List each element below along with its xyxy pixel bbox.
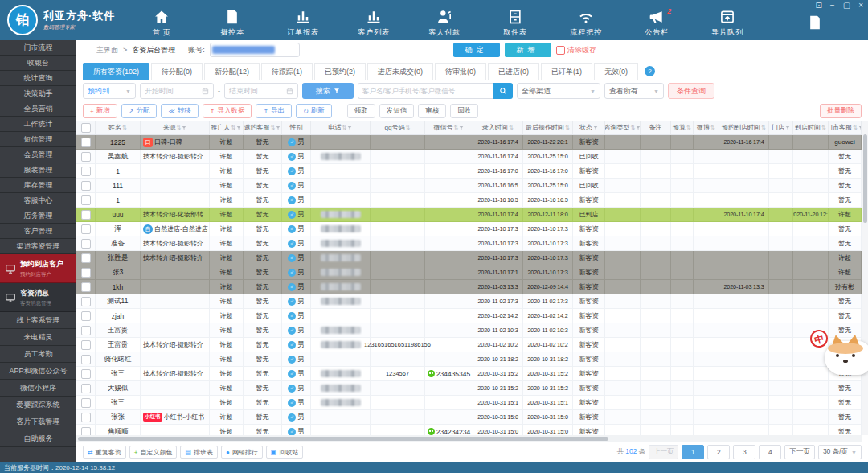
tab-9[interactable]: 无效(0) [594,63,638,80]
row-checkbox[interactable] [81,398,91,408]
mascot-widget[interactable]: 中 [810,328,868,380]
filter-icon[interactable] [276,125,280,130]
nav-item-guest-payment[interactable]: 客人付款 [409,0,480,40]
page-button-3[interactable]: 3 [733,445,755,459]
row-checkbox[interactable] [81,210,91,220]
vertical-scrollbar-thumb[interactable] [863,134,867,223]
home-icon[interactable] [83,46,92,55]
table-row-13[interactable]: zjah许超暂无♂男2020-11-02 14:22020-11-02 14:2… [76,309,862,323]
filter-icon[interactable] [459,125,464,130]
sort-icon[interactable]: ⇅ [342,125,347,131]
refresh-button[interactable]: ↻刷新 [296,104,332,118]
row-checkbox[interactable] [81,268,91,278]
row-checkbox[interactable] [81,138,91,147]
start-date-input[interactable]: 开始时间 [140,83,214,99]
nav-item-home[interactable]: 首 页 [126,0,197,40]
sidebar-item-store-process[interactable]: 门市流程 [0,40,76,56]
clear-cache-option[interactable]: 清除缓存 [556,45,596,56]
filter-icon[interactable] [593,125,598,130]
nav-item-pickup-sheet[interactable]: 取件表 [480,0,551,40]
column-header-note[interactable]: 备注 [641,121,671,134]
sort-icon[interactable]: ⇅ [271,125,276,131]
column-header-checkbox[interactable] [76,121,96,134]
custom-colors-button[interactable]: +自定义颜色 [129,446,178,459]
header-checkbox[interactable] [81,123,91,133]
sort-icon[interactable]: ⇅ [710,125,715,131]
search-button[interactable]: 搜索 [302,83,354,99]
sidebar-item-attendance[interactable]: 员工考勤 [0,346,76,363]
audit-button[interactable]: 审核 [418,104,446,118]
column-header-wechat[interactable]: 微信号⇅ [425,121,473,134]
row-checkbox[interactable] [81,369,91,379]
send-sms-button[interactable]: 发短信 [379,104,415,118]
column-header-arrive[interactable]: 到店时间⇅ [793,121,829,134]
sidebar-item-app-wechat[interactable]: APP和微信公众号 [0,363,76,380]
nav-item-order-report[interactable]: 订单报表 [268,0,338,40]
table-row-4[interactable]: 111许超暂无♂男2020-11-16 16:52020-11-25 15:0已… [76,179,862,193]
filter-icon[interactable] [785,125,790,130]
row-checkbox[interactable] [81,384,91,393]
help-icon[interactable]: ? [645,66,655,76]
column-header-invite[interactable]: 邀约客服⇅ [244,121,282,134]
table-row-8[interactable]: 准备技术转介绍-摄影转介许超暂无♂男2020-11-10 17:32020-11… [76,236,862,251]
column-header-store[interactable]: 门店 [769,121,793,134]
tab-2[interactable]: 新分配(12) [204,63,260,80]
sidebar-item-cashier[interactable]: 收银台 [0,56,76,71]
view-all-select[interactable]: 查看所有▼ [604,83,664,99]
sidebar-item-channel-leads[interactable]: 渠道客资管理 [0,239,76,254]
table-row-17[interactable]: 张三技术转介绍-摄影转介许超暂无♂男12345672344353452020-1… [76,367,862,381]
column-header-status[interactable]: 状态 [573,121,605,134]
column-header-appoint[interactable]: 预约到店时间⇅ [719,121,769,134]
column-header-op[interactable]: 最后操作时间⇅ [523,121,573,134]
recycle-bin-button[interactable]: ▣回收站 [266,446,304,459]
page-button-2[interactable]: 2 [707,445,730,459]
sort-icon[interactable]: ⇅ [177,125,182,131]
condition-query-button[interactable]: 条件查询 [668,83,714,99]
row-checkbox[interactable] [81,181,91,191]
filter-icon[interactable] [236,125,241,130]
tab-7[interactable]: 已进店(0) [488,63,539,80]
table-row-16[interactable]: 骑化曙红许超暂无♂男2020-10-31 18:22020-10-31 18:2… [76,352,862,367]
nav-item-notice-board[interactable]: 公告栏2 [621,0,692,40]
claim-button[interactable]: 领取 [347,104,375,118]
sort-icon[interactable]: ⇅ [454,125,459,131]
sidebar-item-call-genie[interactable]: 来电精灵 [0,329,76,346]
row-checkbox[interactable] [81,297,91,306]
column-header-qq[interactable]: qq号码⇅ [371,121,425,134]
table-row-1[interactable]: 1225口口碑-口碑许超暂无♂男2020-11-16 17:42020-11-2… [76,135,862,150]
table-row-5[interactable]: 1许超暂无♂男2020-11-16 16:52020-11-16 16:5新客资… [76,193,862,208]
sidebar-item-store-affairs[interactable]: 店务管理 [0,208,76,224]
keyword-search-button[interactable] [493,83,513,99]
column-header-gender[interactable]: 性别 [282,121,311,134]
bulk-delete-button[interactable]: 批量删除 [820,104,862,118]
page-size-select[interactable]: 30 条/页▼ [818,445,862,459]
time-type-select[interactable]: 预约到...▼ [83,83,136,99]
sort-icon[interactable]: ⇅ [231,125,236,131]
sidebar-item-all-marketing[interactable]: 全员营销 [0,101,76,117]
page-button-1[interactable]: 1 [682,445,704,459]
table-row-10[interactable]: 张3许超暂无♂男2020-11-10 17:12020-11-10 17:3新客… [76,265,862,280]
row-checkbox[interactable] [81,355,91,364]
page-button-4[interactable]: 4 [759,445,781,459]
row-checkbox[interactable] [81,224,91,234]
sort-icon[interactable]: ⇅ [821,125,826,131]
sort-icon[interactable]: ⇅ [122,125,127,131]
sidebar-item-baby-tracking[interactable]: 爱婴跟踪系统 [0,397,76,413]
add-button[interactable]: +新增 [83,104,117,118]
sort-icon[interactable]: ⇅ [761,125,766,131]
tab-0[interactable]: 所有客资(102) [83,63,149,80]
table-row-18[interactable]: 大赐似许超暂无♂男2020-10-31 15:22020-10-31 15:2新… [76,381,862,396]
sidebar-item-sms[interactable]: 短信管理 [0,132,76,147]
prev-page-button[interactable]: 上一页 [649,445,679,459]
sort-icon[interactable]: ⇅ [565,125,570,131]
shift-schedule-button[interactable]: ▤排班表 [180,446,218,459]
tab-8[interactable]: 已订单(1) [541,63,592,80]
table-row-12[interactable]: 测试11许超暂无♂男2020-11-02 17:32020-11-02 17:3… [76,294,862,309]
column-header-entry[interactable]: 录入时间⇅ [473,121,523,134]
row-checkbox[interactable] [81,282,91,292]
sidebar-item-member[interactable]: 会员管理 [0,147,76,162]
sidebar-item-dress[interactable]: 服装管理 [0,162,76,178]
table-row-9[interactable]: 张胜是技术转介绍-摄影转介许超暂无♂男2020-11-10 17:32020-1… [76,251,862,265]
column-header-budget[interactable]: 预算⇅ [671,121,694,134]
row-checkbox[interactable] [81,311,91,321]
